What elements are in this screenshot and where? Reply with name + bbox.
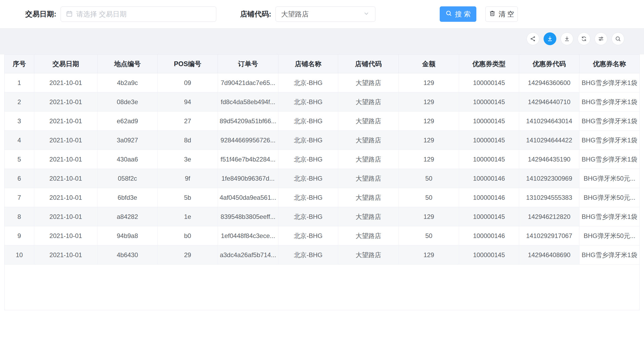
table-cell: 2021-10-01 [34, 245, 98, 264]
column-settings-button[interactable] [595, 32, 607, 45]
table-row: 102021-10-014b643029a3dc4a26af5b714...北京… [5, 245, 639, 265]
table-search-button[interactable] [612, 32, 624, 45]
table-cell: 3a0927 [98, 131, 158, 150]
table-cell: 4 [5, 131, 34, 150]
table-cell: 4af0450da9ea561... [218, 188, 278, 207]
date-filter-label: 交易日期: [25, 9, 56, 19]
column-header: 店铺代码 [338, 55, 399, 73]
column-header: 店铺名称 [278, 55, 338, 73]
trash-icon [489, 10, 496, 19]
table-cell: 1310294555383 [519, 188, 579, 207]
table-cell: BHG弹牙米50元... [579, 226, 639, 245]
table-cell: BHG弹牙米50元... [579, 169, 639, 188]
download-icon [547, 36, 553, 42]
table-cell: e62ad9 [98, 112, 158, 130]
table-cell: 1410294643014 [519, 112, 579, 130]
table-row: 92021-10-0194b9a8b01ef0448f84c3ece...北京-… [5, 226, 639, 245]
table-cell: 大望路店 [338, 112, 399, 130]
table-cell: 9f [158, 169, 218, 188]
table-cell: 100000145 [459, 207, 519, 226]
table-cell: 北京-BHG [278, 188, 338, 207]
clear-button[interactable]: 清 空 [485, 6, 518, 22]
table-cell: 大望路店 [338, 150, 399, 169]
download-button[interactable] [561, 32, 573, 45]
table-cell: 50 [399, 188, 459, 207]
column-header: 金额 [399, 55, 459, 73]
table-cell: BHG雪乡弹牙米1袋 [579, 150, 639, 169]
search-button[interactable]: 搜 索 [440, 6, 476, 22]
table-cell: a3dc4a26af5b714... [218, 245, 278, 264]
table-cell: 430aa6 [98, 150, 158, 169]
refresh-button[interactable] [578, 32, 590, 45]
main-panel: 序号交易日期地点编号POS编号订单号店铺名称店铺代码金额优惠券类型优惠券代码优惠… [0, 54, 644, 348]
table-cell: 大望路店 [338, 92, 399, 111]
table-cell: BHG雪乡弹牙米1袋 [579, 245, 639, 264]
table-cell: 4b6430 [98, 245, 158, 264]
table-cell: 大望路店 [338, 207, 399, 226]
share-icon [530, 36, 536, 42]
column-header: 优惠券类型 [459, 55, 519, 73]
table-cell: 89d54209a51bf66... [218, 112, 278, 130]
store-code-value: 大望路店 [281, 10, 363, 19]
table-cell: 142946212820 [519, 207, 579, 226]
table-cell: fd8c4da58eb494f... [218, 92, 278, 111]
table-cell: 5 [5, 150, 34, 169]
table-row: 42021-10-013a09278d92844669956726...北京-B… [5, 131, 639, 150]
table-cell: 大望路店 [338, 226, 399, 245]
table-cell: 北京-BHG [278, 150, 338, 169]
table-row: 32021-10-01e62ad92789d54209a51bf66...北京-… [5, 112, 639, 131]
table-cell: 058f2c [98, 169, 158, 188]
table-cell: 1410292300969 [519, 169, 579, 188]
table-cell: 9 [5, 226, 34, 245]
column-header: 订单号 [218, 55, 278, 73]
table-cell: 2021-10-01 [34, 92, 98, 111]
table-cell: 北京-BHG [278, 207, 338, 226]
store-code-select[interactable]: 大望路店 [276, 6, 375, 22]
table-cell: 2021-10-01 [34, 188, 98, 207]
share-button[interactable] [527, 32, 539, 45]
search-icon [445, 10, 452, 19]
table-empty-area [5, 265, 639, 310]
clear-button-label: 清 空 [498, 10, 514, 19]
table-cell: 北京-BHG [278, 73, 338, 92]
table-cell: 1410292917067 [519, 226, 579, 245]
refresh-icon [581, 36, 587, 42]
table-cell: 839548b3805eeff... [218, 207, 278, 226]
table-row: 52021-10-01430aa63ef51f46e7b4b2284...北京-… [5, 150, 639, 169]
table-cell: BHG雪乡弹牙米1袋 [579, 131, 639, 150]
table-row: 22021-10-0108de3e94fd8c4da58eb494f...北京-… [5, 92, 639, 112]
table-cell: 29 [158, 245, 218, 264]
table-cell: 大望路店 [338, 73, 399, 92]
table-cell: BHG弹牙米50元... [579, 188, 639, 207]
chevron-down-icon [363, 10, 370, 18]
table-cell: 北京-BHG [278, 112, 338, 130]
table-cell: 142946408690 [519, 245, 579, 264]
download-button-active[interactable] [544, 32, 556, 45]
table-cell: b0 [158, 226, 218, 245]
table-cell: 2021-10-01 [34, 169, 98, 188]
table-cell: 100000145 [459, 92, 519, 111]
table-cell: 1fe8490b96367d... [218, 169, 278, 188]
table-header-row: 序号交易日期地点编号POS编号订单号店铺名称店铺代码金额优惠券类型优惠券代码优惠… [5, 55, 639, 73]
table-cell: 北京-BHG [278, 131, 338, 150]
search-button-label: 搜 索 [455, 10, 471, 19]
table-cell: 100000145 [459, 131, 519, 150]
column-header: 优惠券代码 [519, 55, 579, 73]
table-cell: f51f46e7b4b2284... [218, 150, 278, 169]
date-picker-input[interactable]: 请选择 交易日期 [61, 6, 216, 22]
table-cell: 142946360600 [519, 73, 579, 92]
table-cell: 129 [399, 112, 459, 130]
table-cell: 大望路店 [338, 188, 399, 207]
date-picker-placeholder: 请选择 交易日期 [76, 10, 126, 19]
column-header: 优惠券名称 [579, 55, 639, 73]
table-cell: 100000145 [459, 112, 519, 130]
table-cell: 100000146 [459, 226, 519, 245]
table-cell: BHG雪乡弹牙米1袋 [579, 112, 639, 130]
column-header: 地点编号 [98, 55, 158, 73]
magnifier-icon [615, 36, 621, 42]
table-cell: 8 [5, 207, 34, 226]
table-cell: 2021-10-01 [34, 207, 98, 226]
column-header: 序号 [5, 55, 34, 73]
table-cell: 7d90421dac7e65... [218, 73, 278, 92]
column-header: POS编号 [158, 55, 218, 73]
